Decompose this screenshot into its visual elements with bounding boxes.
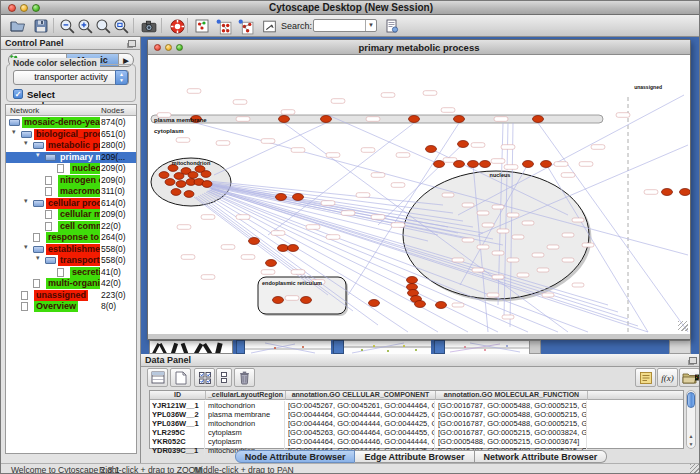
window-resize-grip[interactable]: [678, 321, 688, 331]
node-label-pill[interactable]: [547, 245, 559, 249]
help-lifering-icon[interactable]: [167, 17, 187, 35]
node-label-pill[interactable]: [201, 275, 215, 280]
float-panel-icon[interactable]: [689, 357, 697, 364]
node-label-pill[interactable]: [616, 113, 630, 118]
network-node[interactable]: [266, 260, 277, 267]
network-node[interactable]: [321, 116, 332, 123]
network-node[interactable]: [680, 189, 691, 196]
node-label-pill[interactable]: [491, 159, 505, 164]
network-overview-icon[interactable]: [192, 17, 212, 35]
zoom-out-icon[interactable]: [57, 17, 77, 35]
node-label-pill[interactable]: [507, 213, 519, 217]
open-file-icon[interactable]: [7, 17, 27, 35]
save-session-icon[interactable]: [31, 17, 51, 35]
node-label-pill[interactable]: [492, 205, 504, 209]
node-label-pill[interactable]: [201, 215, 215, 220]
node-label-pill[interactable]: [512, 235, 524, 239]
network-node[interactable]: [293, 194, 304, 201]
table-row[interactable]: YJR121W__1mitochondrion[GO:0045267, GO:0…: [150, 401, 683, 410]
network-node[interactable]: [276, 194, 287, 201]
delete-attribute-trash-icon[interactable]: [234, 368, 255, 387]
network-node[interactable]: [159, 172, 169, 179]
node-label-pill[interactable]: [644, 190, 658, 195]
node-label-pill[interactable]: [306, 225, 320, 230]
network-node[interactable]: [480, 161, 491, 168]
node-label-pill[interactable]: [285, 296, 299, 301]
tree-row[interactable]: cell communicat22(0): [6, 221, 136, 233]
select-attributes-icon[interactable]: [194, 368, 215, 387]
node-label-pill[interactable]: [502, 315, 514, 319]
node-label-pill[interactable]: [452, 258, 464, 262]
node-label-pill[interactable]: [572, 283, 584, 287]
table-scrollbar[interactable]: ▲ ▼: [686, 390, 696, 449]
tab-edge-attribute-browser[interactable]: Edge Attribute Browser: [355, 450, 474, 463]
network-node[interactable]: [436, 302, 447, 309]
node-label-pill[interactable]: [356, 193, 370, 198]
node-label-pill[interactable]: [504, 165, 518, 170]
scroll-down-icon[interactable]: ▼: [687, 440, 695, 448]
background-window[interactable]: [245, 340, 331, 354]
network-node[interactable]: [184, 191, 194, 198]
table-row[interactable]: YLR295Ccytoplasm[GO:0045263, GO:0044464,…: [150, 428, 683, 437]
node-label-pill[interactable]: [562, 233, 574, 237]
node-label-pill[interactable]: [537, 268, 549, 272]
select-nodes-checkbox[interactable]: ✓: [13, 89, 23, 99]
node-label-pill[interactable]: [216, 141, 230, 146]
background-window[interactable]: [149, 340, 233, 354]
node-label-pill[interactable]: [423, 91, 437, 96]
tree-row[interactable]: ▾metabolic process280(0): [6, 140, 136, 152]
node-label-pill[interactable]: [261, 270, 275, 275]
network-node[interactable]: [278, 245, 289, 252]
table-column-header[interactable]: annotation.GO CELLULAR_COMPONENT: [286, 391, 436, 400]
node-label-pill[interactable]: [381, 93, 395, 98]
expand-triangle-icon[interactable]: ▾: [24, 197, 28, 205]
network-node[interactable]: [201, 171, 211, 178]
new-attribute-icon[interactable]: [170, 368, 191, 387]
network-node[interactable]: [407, 277, 418, 284]
background-window-edge[interactable]: [669, 340, 691, 354]
attribute-table[interactable]: ID_cellularLayoutRegionannotation.GO CEL…: [149, 390, 684, 449]
node-label-pill[interactable]: [477, 245, 489, 249]
network-node[interactable]: [468, 161, 479, 168]
network-canvas[interactable]: plasma membranecytoplasmmitochondrionnuc…: [148, 55, 690, 334]
tab-node-attribute-browser[interactable]: Node Attribute Browser: [235, 450, 356, 463]
network-node[interactable]: [533, 116, 544, 123]
node-label-pill[interactable]: [391, 183, 405, 188]
tree-col-nodes[interactable]: Nodes: [101, 106, 124, 115]
tree-row[interactable]: multi-organism pro42(0): [6, 278, 136, 290]
node-label-pill[interactable]: [471, 143, 485, 148]
unselect-attributes-icon[interactable]: [216, 368, 232, 387]
table-row[interactable]: YKR052Ccytoplasm[GO:0044464, GO:0044446,…: [150, 437, 683, 446]
expand-triangle-icon[interactable]: ▾: [24, 139, 28, 147]
network-node[interactable]: [434, 161, 445, 168]
table-row[interactable]: YPL036W__1mitochondrion[GO:0044464, GO:0…: [150, 419, 683, 428]
network-node[interactable]: [454, 116, 465, 123]
search-advanced-icon[interactable]: [382, 17, 402, 35]
expand-triangle-icon[interactable]: ▾: [36, 254, 40, 262]
network-node[interactable]: [279, 116, 290, 123]
node-label-pill[interactable]: [462, 203, 474, 207]
node-label-pill[interactable]: [462, 238, 474, 242]
combobox-stepper-icon[interactable]: ▲▼: [115, 70, 128, 85]
node-label-pill[interactable]: [233, 100, 247, 105]
node-label-pill[interactable]: [472, 268, 484, 272]
node-label-pill[interactable]: [177, 225, 191, 230]
network-node[interactable]: [662, 189, 673, 196]
tree-row[interactable]: ▾cellular process614(0): [6, 198, 136, 210]
network-node[interactable]: [288, 245, 299, 252]
node-label-pill[interactable]: [442, 193, 454, 197]
search-dropdown-icon[interactable]: ▼: [365, 20, 376, 31]
network-node[interactable]: [458, 141, 469, 148]
network-canvas-svg[interactable]: plasma membranecytoplasmmitochondrionnuc…: [148, 55, 690, 334]
node-label-pill[interactable]: [572, 218, 584, 222]
annotation-select-icon[interactable]: [259, 17, 279, 35]
node-label-pill[interactable]: [522, 221, 534, 225]
node-label-pill[interactable]: [326, 235, 340, 240]
node-label-pill[interactable]: [181, 255, 195, 260]
network-node[interactable]: [409, 116, 420, 123]
network-node[interactable]: [202, 181, 212, 188]
node-label-pill[interactable]: [291, 270, 305, 275]
node-label-pill[interactable]: [371, 215, 385, 220]
node-label-pill[interactable]: [361, 148, 375, 153]
network-node[interactable]: [176, 181, 186, 188]
